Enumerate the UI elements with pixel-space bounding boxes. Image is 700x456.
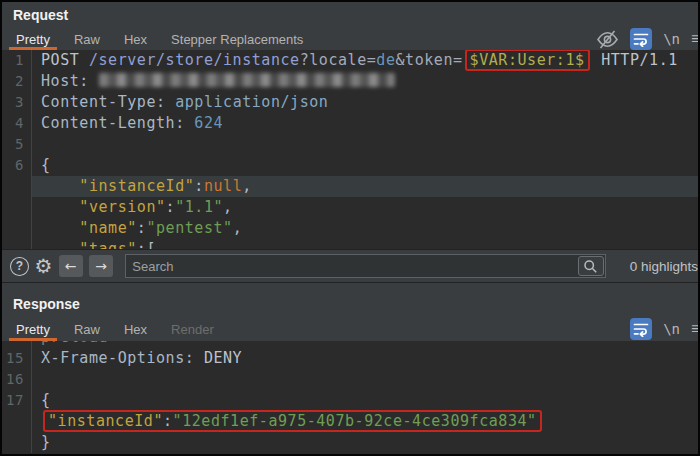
search-match-count: 0 highlights — [630, 259, 698, 274]
code-token: &token= — [396, 51, 463, 69]
code-token: "12edf1ef-a975-407b-92ce-4ce309fca834" — [173, 412, 537, 430]
request-editor[interactable]: 1POST /server/store/instance?locale=de&t… — [2, 50, 698, 249]
code-line[interactable]: 2Host: — [2, 71, 698, 92]
message-editor-window: Request PrettyRawHexStepper Replacements — [0, 0, 700, 456]
code-token: : — [137, 219, 147, 237]
next-match-button[interactable]: → — [89, 255, 113, 277]
code-token: "instanceId" — [48, 412, 163, 430]
response-tabs: PrettyRawHexRender \n ≡ — [2, 317, 698, 341]
search-settings-gear-icon[interactable]: ⚙ — [35, 256, 53, 276]
code-token: application/json — [175, 93, 328, 111]
code-line[interactable]: preload — [2, 341, 698, 348]
code-line[interactable]: "version":"1.1", — [2, 197, 698, 218]
line-number: 17 — [2, 390, 32, 411]
code-token: null — [204, 177, 242, 195]
help-button[interactable]: ? — [10, 257, 29, 276]
code-line[interactable]: 1POST /server/store/instance?locale=de&t… — [2, 50, 698, 71]
tab-hex[interactable]: Hex — [116, 317, 155, 341]
code-text — [32, 369, 698, 390]
code-line[interactable]: 15X-Frame-Options: DENY — [2, 348, 698, 369]
code-text: } — [32, 432, 698, 453]
line-number: 2 — [2, 71, 32, 92]
search-magnifier-button[interactable] — [578, 256, 604, 276]
code-token: preload — [41, 341, 108, 346]
line-number: 3 — [2, 92, 32, 113]
code-text: X-Frame-Options: DENY — [32, 348, 698, 369]
line-number — [2, 411, 32, 432]
code-text: "version":"1.1", — [32, 197, 698, 218]
previous-match-button[interactable]: ← — [59, 255, 83, 277]
search-input[interactable] — [126, 259, 577, 274]
code-line[interactable]: 4Content-Length: 624 — [2, 113, 698, 134]
code-token: } — [41, 433, 51, 451]
tab-stepper-replacements[interactable]: Stepper Replacements — [163, 28, 311, 50]
editor-menu-button[interactable]: ≡ — [691, 320, 700, 338]
request-toolbar: \n ≡ — [596, 28, 698, 50]
line-number: 16 — [2, 369, 32, 390]
tab-render: Render — [163, 317, 222, 341]
request-panel: Request PrettyRawHexStepper Replacements — [2, 2, 698, 249]
code-line[interactable]: 17{ — [2, 390, 698, 411]
newline-toggle-button[interactable]: \n — [663, 321, 680, 337]
code-text: preload — [32, 341, 698, 348]
code-line[interactable]: 3Content-Type: application/json — [2, 92, 698, 113]
line-number: 5 — [2, 134, 32, 155]
newline-toggle-button[interactable]: \n — [663, 31, 680, 47]
response-toolbar: \n ≡ — [630, 317, 698, 341]
code-line[interactable]: "instanceId":"12edf1ef-a975-407b-92ce-4c… — [2, 411, 698, 432]
code-token: X-Frame-Options: — [41, 349, 204, 367]
code-token: , — [233, 219, 243, 237]
code-token: "pentest" — [146, 219, 232, 237]
response-editor[interactable]: preload15X-Frame-Options: DENY1617{"inst… — [2, 341, 698, 454]
code-line[interactable]: 16 — [2, 369, 698, 390]
tab-pretty[interactable]: Pretty — [8, 28, 58, 50]
editor-menu-button[interactable]: ≡ — [691, 30, 700, 48]
code-token: POST — [41, 51, 89, 69]
code-text: { — [32, 390, 698, 411]
line-number: 1 — [2, 50, 32, 71]
code-token: : — [163, 412, 173, 430]
line-number — [2, 341, 32, 348]
code-text: "name":"pentest", — [32, 218, 698, 239]
search-bar: ? ⚙ ← → 0 highlights — [2, 249, 698, 283]
code-token: ?locale= — [300, 51, 377, 69]
code-token: , — [223, 198, 233, 216]
redacted-value — [99, 73, 395, 87]
code-token — [41, 240, 79, 249]
code-token: { — [41, 156, 51, 174]
code-token: "version" — [79, 198, 165, 216]
line-number: 4 — [2, 113, 32, 134]
tab-pretty[interactable]: Pretty — [8, 317, 58, 341]
line-number — [2, 176, 32, 197]
word-wrap-icon — [633, 321, 649, 337]
code-line[interactable]: } — [2, 432, 698, 453]
word-wrap-toggle-button[interactable] — [630, 318, 652, 340]
tab-hex[interactable]: Hex — [116, 28, 155, 50]
line-number — [2, 197, 32, 218]
code-token: : — [166, 198, 176, 216]
code-token — [41, 219, 79, 237]
highlight-red-box: $VAR:User:1$ — [467, 51, 588, 69]
code-text: POST /server/store/instance?locale=de&to… — [32, 50, 698, 71]
response-panel-title: Response — [2, 283, 698, 317]
code-token: , — [242, 177, 252, 195]
code-line[interactable]: 5 — [2, 134, 698, 155]
code-line[interactable]: 6{ — [2, 155, 698, 176]
request-tabs: PrettyRawHexStepper Replacements — [2, 28, 698, 50]
code-token: Content-Type: — [41, 93, 175, 111]
code-line[interactable]: "instanceId":null, — [2, 176, 698, 197]
tab-raw[interactable]: Raw — [66, 317, 108, 341]
line-number — [2, 218, 32, 239]
response-panel: Response PrettyRawHexRender \n ≡ preload… — [2, 283, 698, 454]
code-text: Content-Length: 624 — [32, 113, 698, 134]
code-token: Host: — [41, 72, 99, 90]
line-number — [2, 239, 32, 249]
word-wrap-toggle-button[interactable] — [630, 28, 652, 50]
code-token: "tags" — [79, 240, 137, 249]
tab-raw[interactable]: Raw — [66, 28, 108, 50]
visibility-toggle-button[interactable] — [596, 29, 619, 50]
code-text: Content-Type: application/json — [32, 92, 698, 113]
code-line[interactable]: "tags":[ — [2, 239, 698, 249]
request-panel-title: Request — [2, 2, 698, 28]
code-line[interactable]: "name":"pentest", — [2, 218, 698, 239]
